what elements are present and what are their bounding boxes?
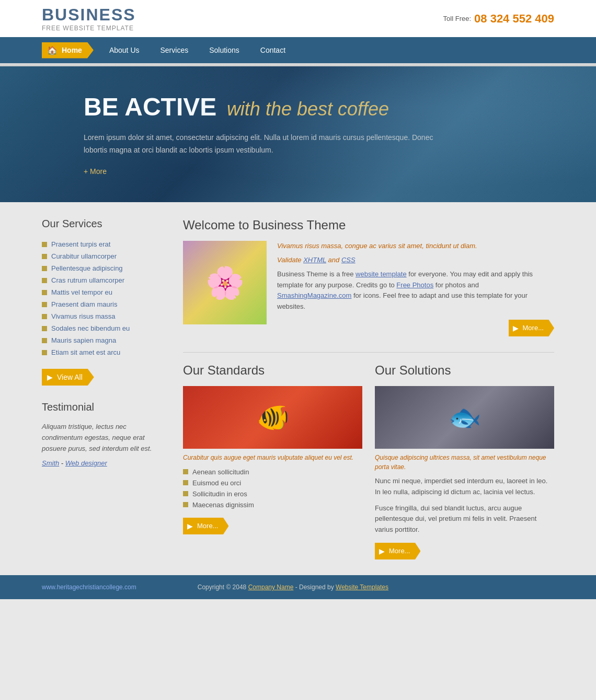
nav-solutions[interactable]: Solutions xyxy=(199,46,250,54)
hero-more-link[interactable]: + More xyxy=(84,167,512,176)
standards-title: Our Standards xyxy=(183,363,362,378)
nav-about[interactable]: About Us xyxy=(99,46,150,54)
welcome-image: 🌸 xyxy=(183,241,267,324)
phone-area: Toll Free: 08 324 552 409 xyxy=(443,12,554,26)
red-fish-image: 🐠 xyxy=(183,386,362,449)
view-all-label: View All xyxy=(57,373,83,381)
css-link[interactable]: CSS xyxy=(341,256,356,264)
bullet-icon xyxy=(42,326,47,331)
hero-title-row: BE ACTIVE with the best coffee xyxy=(84,92,512,121)
validate-line: Validate XHTML and CSS xyxy=(277,256,554,264)
arrow-icon: ▶ xyxy=(47,373,53,381)
bullet-icon xyxy=(42,266,47,271)
arrow-icon: ▶ xyxy=(187,522,193,530)
bullet-icon xyxy=(42,350,47,355)
list-item[interactable]: Curabitur ullamcorper xyxy=(42,250,167,262)
list-item[interactable]: Praesent diam mauris xyxy=(42,298,167,310)
list-item[interactable]: Sodales nec bibendum eu xyxy=(42,322,167,334)
hero-title-main: BE ACTIVE xyxy=(84,93,216,121)
list-item[interactable]: Cras rutrum ullamcorper xyxy=(42,274,167,286)
list-item[interactable]: Pellentesque adipiscing xyxy=(42,262,167,274)
solutions-body2: Fusce fringilla, dui sed blandit luctus,… xyxy=(375,503,554,535)
author-title-link[interactable]: Web designer xyxy=(65,459,107,467)
nav-services[interactable]: Services xyxy=(150,46,199,54)
toll-free-label: Toll Free: xyxy=(443,15,471,22)
author-name: Smith xyxy=(42,459,59,467)
list-item: Euismod eu orci xyxy=(183,477,362,488)
website-templates-link[interactable]: Website Templates xyxy=(336,584,388,591)
solutions-more-button[interactable]: ▶ More... xyxy=(375,543,420,559)
welcome-text: Vivamus risus massa, congue ac varius si… xyxy=(277,241,554,336)
bullet-icon xyxy=(42,290,47,295)
list-item[interactable]: Praesent turpis erat xyxy=(42,238,167,250)
service-label: Curabitur ullamcorper xyxy=(51,252,117,260)
list-item[interactable]: Mauris sapien magna xyxy=(42,334,167,346)
company-name-link[interactable]: Company Name xyxy=(248,584,294,591)
standards-list: Aenean sollicitudin Euismod eu orci Soll… xyxy=(183,466,362,510)
arrow-icon: ▶ xyxy=(513,324,519,332)
home-icon: 🏠 xyxy=(47,45,58,55)
welcome-block: 🌸 Vivamus risus massa, congue ac varius … xyxy=(183,241,554,336)
bullet-icon xyxy=(183,502,188,507)
bullet-icon xyxy=(42,338,47,343)
footer-url: www.heritagechristiancollege.com xyxy=(42,584,136,591)
list-item[interactable]: Etiam sit amet est arcu xyxy=(42,346,167,358)
service-label: Praesent diam mauris xyxy=(51,300,117,308)
solutions-title: Our Solutions xyxy=(375,363,554,378)
arrow-icon: ▶ xyxy=(379,547,385,555)
xhtml-link[interactable]: XHTML xyxy=(303,256,326,264)
list-item: Aenean sollicitudin xyxy=(183,466,362,477)
service-label: Etiam sit amet est arcu xyxy=(51,348,120,356)
services-list: Praesent turpis erat Curabitur ullamcorp… xyxy=(42,238,167,358)
bullet-icon xyxy=(42,278,47,283)
header: BUSINESS FREE WEBSITE TEMPLATE Toll Free… xyxy=(0,0,596,37)
solutions-image: 🐟 xyxy=(375,386,554,449)
service-label: Vivamus risus massa xyxy=(51,312,116,320)
section-divider xyxy=(183,352,554,353)
bullet-icon xyxy=(183,469,188,474)
standards-caption: Curabitur quis augue eget mauris vulputa… xyxy=(183,453,362,462)
smashing-link[interactable]: SmashingMagazine.com xyxy=(277,291,351,299)
testimonial-text: Aliquam tristique, lectus nec condimentu… xyxy=(42,422,167,454)
logo-subtitle: FREE WEBSITE TEMPLATE xyxy=(42,25,136,32)
bullet-icon xyxy=(183,480,188,485)
navbar: 🏠 Home About Us Services Solutions Conta… xyxy=(0,37,596,63)
list-item[interactable]: Mattis vel tempor eu xyxy=(42,286,167,298)
welcome-section: Welcome to Business Theme 🌸 Vivamus risu… xyxy=(183,218,554,336)
hero-banner: BE ACTIVE with the best coffee Lorem ips… xyxy=(0,66,596,202)
home-label: Home xyxy=(62,46,82,54)
testimonial-title: Testimonial xyxy=(42,401,167,413)
logo-area: BUSINESS FREE WEBSITE TEMPLATE xyxy=(42,5,136,32)
two-column-section: Our Standards 🐠 Curabitur quis augue ege… xyxy=(183,363,554,559)
list-item[interactable]: Vivamus risus massa xyxy=(42,310,167,322)
content-area: Welcome to Business Theme 🌸 Vivamus risu… xyxy=(183,218,554,559)
service-label: Mattis vel tempor eu xyxy=(51,288,112,296)
bullet-icon xyxy=(42,314,47,319)
home-button[interactable]: 🏠 Home xyxy=(42,42,94,59)
welcome-title: Welcome to Business Theme xyxy=(183,218,554,232)
service-label: Cras rutrum ullamcorper xyxy=(51,276,124,284)
website-template-link[interactable]: website template xyxy=(356,270,407,278)
bullet-icon xyxy=(42,302,47,307)
solutions-body1: Nunc mi neque, imperdiet sed interdum eu… xyxy=(375,476,554,498)
free-photos-link[interactable]: Free Photos xyxy=(396,281,433,289)
standards-more-button[interactable]: ▶ More... xyxy=(183,518,228,534)
service-label: Sodales nec bibendum eu xyxy=(51,324,130,332)
nav-contact[interactable]: Contact xyxy=(250,46,296,54)
phone-number: 08 324 552 409 xyxy=(474,12,554,26)
bullet-icon xyxy=(42,254,47,259)
welcome-more-button[interactable]: ▶ More... xyxy=(509,320,554,336)
solutions-caption: Quisque adipiscing ultrices massa, sit a… xyxy=(375,453,554,472)
standards-image: 🐠 xyxy=(183,386,362,449)
bullet-icon xyxy=(42,242,47,247)
hero-title-sub: with the best coffee xyxy=(227,98,389,120)
list-item: Maecenas dignissim xyxy=(183,499,362,510)
footer: www.heritagechristiancollege.com Copyrig… xyxy=(0,575,596,599)
solutions-section: Our Solutions 🐟 Quisque adipiscing ultri… xyxy=(375,363,554,559)
hero-description: Lorem ipsum dolor sit amet, consectetur … xyxy=(84,132,439,157)
bw-fish-image: 🐟 xyxy=(375,386,554,449)
testimonial-section: Testimonial Aliquam tristique, lectus ne… xyxy=(42,401,167,467)
testimonial-author: Smith - Web designer xyxy=(42,459,167,467)
view-all-button[interactable]: ▶ View All xyxy=(42,369,94,386)
standards-section: Our Standards 🐠 Curabitur quis augue ege… xyxy=(183,363,362,559)
